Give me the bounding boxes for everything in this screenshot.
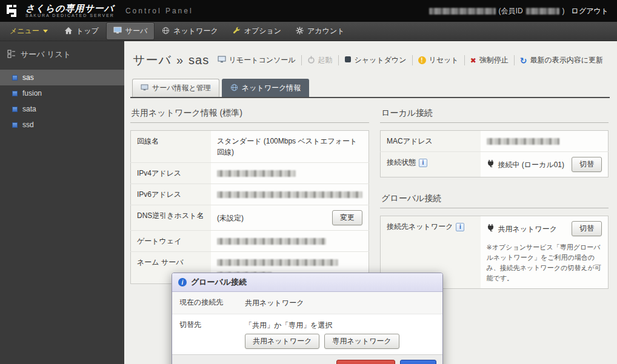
shared-network-option-button[interactable]: 共用ネットワーク (245, 334, 319, 349)
logo-area: さくらの専用サーバ sakura dedicated server Contro… (5, 3, 193, 19)
local-connection-table: MACアドレス 接続状態 接続中 (ローカ (380, 130, 609, 177)
tab-label: サーバ情報と管理 (152, 83, 211, 93)
nav-item-options[interactable]: オプション (226, 23, 288, 39)
page-title-section: サーバ (133, 52, 172, 68)
connection-section: ローカル接続 MACアドレス 接続状態 (380, 108, 609, 289)
row-value: 共用ネットワーク 切替 (481, 216, 609, 242)
row-label: IPv4アドレス (131, 163, 212, 184)
force-stop-button[interactable]: 強制停止 (464, 55, 514, 65)
table-row: 接続先ネットワーク 共用ネットワーク 切替 (381, 216, 609, 242)
server-bullet-icon (12, 122, 18, 128)
server-bullet-icon (12, 107, 18, 112)
page-head: サーバ » sas リモートコンソール 起動 シャットダウン (130, 50, 610, 68)
nav-item-top[interactable]: トップ (58, 23, 105, 39)
info-icon[interactable] (419, 159, 427, 167)
menu-dropdown[interactable]: メニュー (4, 23, 56, 39)
member-id-suffix: ) (562, 7, 565, 15)
masked-nameserver-value (217, 259, 338, 266)
row-label: 接続状態 (381, 152, 481, 177)
server-list-item-sas[interactable]: sas (0, 70, 124, 85)
plug-icon (487, 223, 495, 234)
server-list-item-label: sata (22, 105, 36, 113)
refresh-button[interactable]: 最新の表示内容に更新 (514, 55, 609, 65)
row-label: 回線名 (131, 131, 212, 163)
tab-network-info[interactable]: ネットワーク情報 (222, 79, 309, 97)
masked-account-email (429, 8, 496, 15)
masked-gateway-value (217, 238, 326, 245)
dialog-row-value: 共用ネットワーク (240, 292, 308, 314)
shutdown-button[interactable]: シャットダウン (338, 55, 412, 65)
logo-subtitle: sakura dedicated server (25, 13, 115, 18)
dialog-title: グローバル接続 (191, 277, 247, 288)
toolbar-label: 起動 (318, 55, 333, 65)
dialog-header: グローバル接続 (172, 273, 442, 292)
switch-local-button[interactable]: 切替 (572, 157, 602, 172)
server-bullet-icon (12, 91, 18, 96)
tab-server-info[interactable]: サーバ情報と管理 (132, 79, 219, 97)
reset-button[interactable]: リセット (412, 55, 464, 65)
tab-label: ネットワーク情報 (242, 83, 301, 93)
boot-button[interactable]: 起動 (301, 55, 338, 65)
info-icon[interactable] (456, 223, 464, 231)
row-label: DNS逆引きホスト名 (131, 205, 212, 231)
server-list-item-sata[interactable]: sata (0, 101, 124, 117)
shared-network-section: 共用ネットワーク情報 (標準) 回線名 スタンダード (100Mbps ベストエ… (130, 108, 369, 289)
globe-icon (230, 84, 238, 93)
list-icon (7, 50, 16, 60)
logo-title: さくらの専用サーバ (25, 4, 115, 13)
row-label: IPv6アドレス (131, 184, 212, 205)
home-icon (64, 27, 73, 36)
table-row: ゲートウェイ (131, 231, 369, 252)
switch-global-button[interactable]: 切替 (572, 221, 602, 236)
row-value (211, 184, 369, 205)
dialog-row-current: 現在の接続先 共用ネットワーク (172, 292, 442, 314)
nav-item-network[interactable]: ネットワーク (155, 23, 224, 39)
table-row: IPv6アドレス (131, 184, 369, 205)
target-hint: 「共用」か「専用」を選択 (245, 320, 399, 331)
dialog-row-label: 切替先 (172, 314, 240, 354)
toolbar-label: 強制停止 (479, 55, 509, 65)
server-list-item-ssd[interactable]: ssd (0, 117, 124, 133)
row-value: 接続中 (ローカル01) 切替 (481, 152, 609, 177)
row-value (211, 163, 369, 184)
sakura-logo-icon (5, 3, 21, 19)
row-value (211, 231, 369, 252)
account-area: (会員ID ) ログアウト (429, 6, 609, 16)
remote-console-button[interactable]: リモートコンソール (212, 55, 301, 65)
dedicated-network-option-button[interactable]: 専用ネットワーク (324, 334, 399, 349)
masked-ipv4-value (217, 170, 296, 177)
nav-item-label: サーバ (125, 26, 148, 36)
confirm-switch-button[interactable]: 切替 (400, 360, 436, 364)
nav-item-label: トップ (76, 26, 99, 36)
server-toolbar: リモートコンソール 起動 シャットダウン リセット (212, 55, 609, 65)
server-list-item-label: ssd (22, 121, 34, 129)
info-icon (178, 278, 187, 286)
toolbar-label: 最新の表示内容に更新 (530, 55, 603, 65)
network-label: 接続先ネットワーク (387, 222, 453, 231)
wrench-icon (233, 27, 241, 36)
section-title: 共用ネットワーク情報 (標準) (130, 108, 369, 123)
row-value: (未設定) 変更 (211, 205, 369, 231)
plug-icon (487, 159, 495, 170)
server-list-item-fusion[interactable]: fusion (0, 85, 124, 101)
stop-x-icon (470, 56, 476, 65)
monitor-icon (141, 84, 148, 93)
logo-text: さくらの専用サーバ sakura dedicated server (25, 4, 115, 18)
sidebar-title-label: サーバ リスト (21, 49, 71, 60)
dialog-body: 現在の接続先 共用ネットワーク 切替先 「共用」か「専用」を選択 共用ネットワー… (172, 292, 442, 354)
toolbar-label: シャットダウン (355, 55, 407, 65)
nav-item-label: アカウント (307, 26, 344, 36)
logout-link[interactable]: ログアウト (572, 6, 609, 16)
status-label: 接続状態 (387, 158, 416, 167)
cancel-button[interactable]: キャンセル (336, 360, 395, 364)
dialog-row-label: 現在の接続先 (172, 292, 240, 314)
nav-item-server[interactable]: サーバ (107, 23, 155, 39)
global-connection-note: ※オプションサービス「専用グローバルネットワーク」をご利用の場合のみ、接続先ネッ… (487, 242, 602, 283)
connection-status-value: 接続中 (ローカル01) (498, 159, 565, 170)
row-label: 接続先ネットワーク (381, 216, 481, 242)
warning-icon (418, 56, 426, 64)
global-connection-dialog: グローバル接続 現在の接続先 共用ネットワーク 切替先 「共用」か「専用」を選択… (172, 273, 443, 364)
nav-item-account[interactable]: アカウント (289, 23, 351, 39)
gear-icon (296, 27, 304, 36)
change-dns-button[interactable]: 変更 (332, 210, 362, 225)
